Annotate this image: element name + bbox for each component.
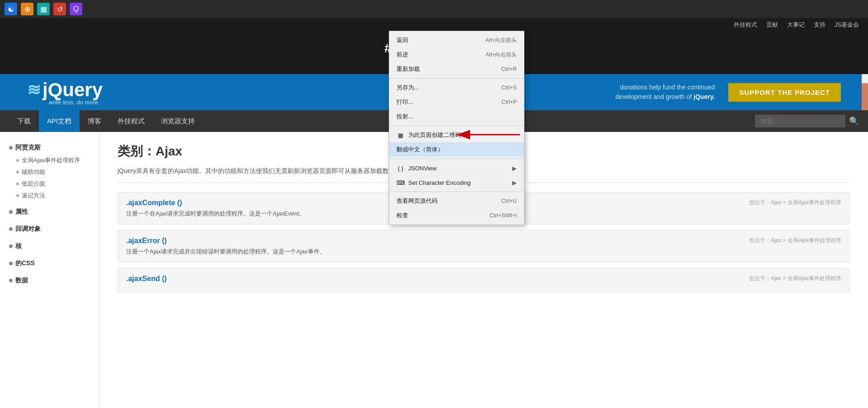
jsonview-arrow: ▶ — [512, 165, 517, 172]
site-topnav: 外挂程式 贡献 大事记 支持 JS基金会 — [0, 18, 868, 32]
api-entry-title-error[interactable]: .ajaxError () — [126, 237, 167, 245]
sidebar-section-title-attr[interactable]: 属性 — [0, 205, 99, 219]
topnav-zhichi[interactable]: 支持 — [814, 21, 826, 29]
sidebar-section-title-callback[interactable]: 回调对象 — [0, 222, 99, 236]
ctx-item-forward[interactable]: 前进 Alt+向右箭头 — [389, 47, 524, 62]
sidebar-dot-core — [9, 244, 13, 248]
search-input[interactable] — [755, 115, 845, 127]
sidebar-dot-ajax — [9, 146, 13, 150]
api-entry-also-complete: 也位于：Ajax > 全局Ajax事件处理程序 — [749, 199, 841, 206]
sidebar-item-lowlevel[interactable]: 低层介面 — [0, 178, 99, 190]
sidebar-dot — [16, 171, 19, 174]
context-menu: 返回 Alt+向左箭头 前进 Alt+向右箭头 重新加载 Ctrl+R 另存为.… — [389, 31, 524, 225]
search-icon[interactable]: 🔍 — [849, 116, 859, 126]
ctx-item-charset[interactable]: ⌨ Set Character Encoding ▶ — [389, 175, 524, 190]
sidebar-item-helper[interactable]: 辅助功能 — [0, 166, 99, 178]
nav-browser[interactable]: 浏览器支持 — [153, 110, 203, 132]
sidebar-dot-callback — [9, 227, 13, 231]
browser-icon-purple[interactable]: Q — [70, 3, 82, 15]
charset-arrow: ▶ — [512, 179, 517, 186]
jquery-wave-icon: ≋ — [27, 80, 41, 99]
sidebar-item-shorthand[interactable]: 速记方法 — [0, 190, 99, 202]
topnav-gongxian[interactable]: 贡献 — [766, 21, 778, 29]
sidebar-section-ajax: 阿贾克斯 全局Ajax事件处理程序 辅助功能 低层介面 速记方法 — [0, 141, 99, 202]
api-entry-title-send[interactable]: .ajaxSend () — [126, 275, 167, 283]
ctx-item-cast[interactable]: 投射... — [389, 109, 524, 124]
nav-plugins[interactable]: 外挂程式 — [109, 110, 153, 132]
ctx-item-qr[interactable]: ▦ 为此页面创建二维码 — [389, 128, 524, 142]
ctx-separator-2 — [389, 126, 524, 126]
sidebar-dot-attr — [9, 210, 13, 214]
browser-icon-blue[interactable]: ☯ — [5, 3, 17, 15]
ctx-item-print[interactable]: 打印... Ctrl+P — [389, 95, 524, 109]
sidebar-label-ajax: 阿贾克斯 — [15, 144, 41, 152]
browser-icon-teal[interactable]: ▦ — [37, 3, 50, 15]
sidebar-section-attr: 属性 — [0, 205, 99, 219]
sidebar-section-title-data[interactable]: 数据 — [0, 274, 99, 287]
ctx-separator-1 — [389, 78, 524, 79]
api-entry-ajaxerror: .ajaxError () 也位于：Ajax > 全局Ajax事件处理程序 注册… — [118, 230, 850, 263]
sidebar-dot-css — [9, 262, 13, 265]
sidebar-dot — [16, 194, 19, 197]
sidebar-section-callback: 回调对象 — [0, 222, 99, 236]
sidebar-section-title-core[interactable]: 核 — [0, 239, 99, 253]
qr-icon: ▦ — [396, 131, 405, 139]
jquery-tagline: write less, do more. — [49, 99, 100, 106]
browser-icon-red[interactable]: ↺ — [53, 3, 66, 15]
scrollbar-track[interactable] — [862, 74, 868, 110]
sidebar-section-core: 核 — [0, 239, 99, 253]
nav-api[interactable]: API文档 — [39, 110, 80, 132]
ctx-item-translate[interactable]: 翻成中文（简体） — [389, 142, 524, 157]
api-entry-header-send: .ajaxSend () 也位于：Ajax > 全局Ajax事件处理程序 — [126, 275, 841, 283]
ctx-item-jsonview[interactable]: { } JSONView ▶ — [389, 161, 524, 175]
banner-right-content: donations help fund the continued develo… — [615, 83, 715, 102]
browser-icon-orange[interactable]: ⊕ — [21, 3, 33, 15]
topnav-jijinhui[interactable]: JS基金会 — [835, 21, 859, 29]
ctx-item-inspect[interactable]: 检查 Ctrl+Shift+I — [389, 208, 524, 223]
charset-icon: ⌨ — [396, 178, 405, 187]
sidebar: 阿贾克斯 全局Ajax事件处理程序 辅助功能 低层介面 速记方法 属性 — [0, 132, 99, 408]
sidebar-dot-data — [9, 279, 13, 282]
jquery-logo-text: ≋ jQuery — [27, 79, 103, 101]
jquery-name: jQuery — [42, 79, 103, 101]
sidebar-section-title-css[interactable]: 的CSS — [0, 257, 99, 270]
ctx-separator-3 — [389, 159, 524, 159]
sidebar-item-global[interactable]: 全局Ajax事件处理程序 — [0, 155, 99, 166]
jsonview-icon: { } — [396, 164, 405, 172]
ctx-separator-4 — [389, 192, 524, 192]
nav-download[interactable]: 下载 — [9, 110, 39, 132]
jquery-logo: ≋ jQuery write less, do more. — [27, 79, 103, 106]
topnav-waijia[interactable]: 外挂程式 — [734, 21, 757, 29]
browser-bar: ☯ ⊕ ▦ ↺ Q — [0, 0, 868, 18]
api-entry-also-send: 也位于：Ajax > 全局Ajax事件处理程序 — [749, 275, 841, 282]
api-entry-ajaxsend: .ajaxSend () 也位于：Ajax > 全局Ajax事件处理程序 — [118, 268, 850, 292]
api-entry-also-error: 也位于：Ajax > 全局Ajax事件处理程序 — [749, 237, 841, 244]
sidebar-dot — [16, 159, 19, 162]
ctx-item-reload[interactable]: 重新加载 Ctrl+R — [389, 62, 524, 76]
api-entry-desc-error: 注册一个Ajax请求完成并出现错误时要调用的处理程序。这是一个Ajax事件。 — [126, 248, 841, 256]
ctx-item-back[interactable]: 返回 Alt+向左箭头 — [389, 33, 524, 47]
sidebar-section-data: 数据 — [0, 274, 99, 287]
nav-blog[interactable]: 博客 — [80, 110, 109, 132]
sidebar-section-title-ajax: 阿贾克斯 — [0, 141, 99, 155]
api-entry-header-error: .ajaxError () 也位于：Ajax > 全局Ajax事件处理程序 — [126, 237, 841, 245]
topnav-dashiji[interactable]: 大事记 — [787, 21, 805, 29]
ctx-item-viewsource[interactable]: 查看网页源代码 Ctrl+U — [389, 194, 524, 208]
sidebar-section-css: 的CSS — [0, 257, 99, 270]
sidebar-dot — [16, 183, 19, 185]
ctx-item-saveas[interactable]: 另存为... Ctrl+S — [389, 80, 524, 95]
support-button[interactable]: SUPPORT THE PROJECT — [728, 83, 841, 102]
api-entry-title-complete[interactable]: .ajaxComplete () — [126, 199, 182, 207]
